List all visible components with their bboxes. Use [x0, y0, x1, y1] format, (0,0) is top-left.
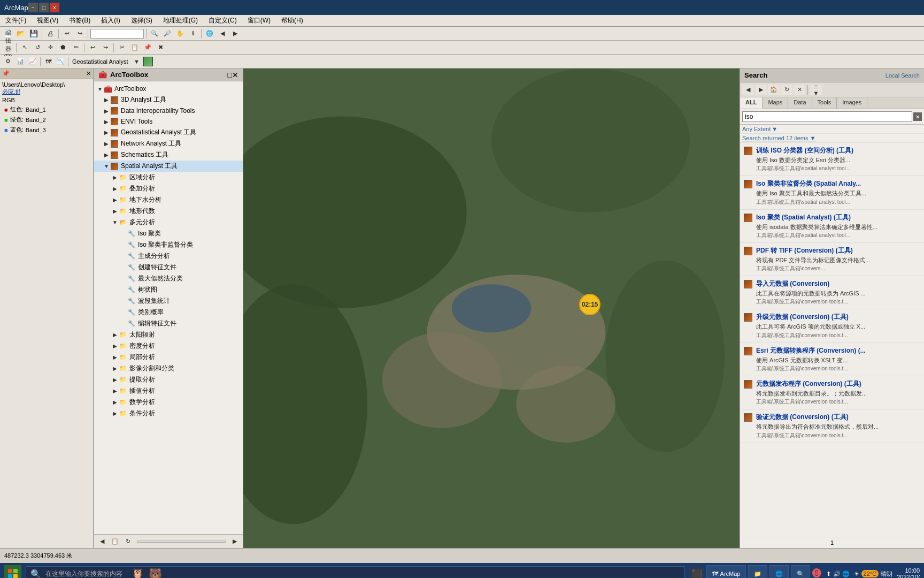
menu-help[interactable]: 帮助(H) [276, 15, 309, 26]
geo-toolbar-btn4[interactable]: 🗺 [42, 56, 54, 67]
menu-file[interactable]: 文件(F) [0, 15, 32, 26]
result-item-7[interactable]: Esri 元数据转换程序 (Conversion) (... 使用 ArcGIS… [740, 343, 924, 376]
minimize-button[interactable]: − [28, 3, 38, 12]
tree-node-data-interop[interactable]: ▶ Data Interoperability Tools [94, 105, 243, 116]
tab-maps[interactable]: Maps [763, 97, 788, 109]
filename[interactable]: 必应.tif [2, 88, 91, 96]
tree-node-pca[interactable]: ▶ 🔧 主成分分析 [94, 250, 243, 262]
undo-button[interactable]: ↩ [61, 28, 73, 39]
search-fwd-button[interactable]: ▶ [755, 85, 767, 95]
tree-node-region[interactable]: ▶ 📁 区域分析 [94, 172, 243, 183]
search-options-button[interactable]: ≡ ▼ [810, 85, 822, 95]
tree-node-iso-cluster[interactable]: ▶ 🔧 Iso 聚类 [94, 228, 243, 239]
menu-insert[interactable]: 插入(I) [96, 15, 125, 26]
print-button[interactable]: 🖨 [44, 28, 56, 39]
move-tool[interactable]: ✛ [44, 42, 56, 53]
zoom-in-button[interactable]: 🔍 [149, 28, 160, 39]
taskbar-explorer[interactable]: 📁 [748, 565, 767, 578]
search-input[interactable]: iso [742, 111, 912, 122]
copy-button[interactable]: 📋 [129, 42, 141, 53]
tree-node-3d-analyst[interactable]: ▶ 3D Analyst 工具 [94, 94, 243, 105]
menu-customize[interactable]: 自定义(C) [203, 15, 242, 26]
result-item-9[interactable]: 验证元数据 (Conversion) (工具) 将元数据导出为符合标准元数据格式… [740, 409, 924, 443]
open-button[interactable]: 📂 [15, 28, 27, 39]
menu-window[interactable]: 窗口(W) [242, 15, 276, 26]
result-title-8[interactable]: 元数据发布程序 (Conversion) (工具) [756, 379, 921, 389]
tree-node-schematics[interactable]: ▶ Schematics 工具 [94, 149, 243, 161]
taskbar-arcmap[interactable]: 🗺 ArcMap [706, 565, 746, 578]
result-item-1[interactable]: 训练 ISO 分类器 (空间分析) (工具) 使用 Iso 数据分类定义 Esr… [740, 143, 924, 176]
tab-data[interactable]: Data [788, 97, 812, 109]
geo-toolbar-btn2[interactable]: 📊 [14, 56, 26, 67]
identify-button[interactable]: ℹ [187, 28, 199, 39]
start-button[interactable] [4, 565, 21, 578]
tree-node-geostat[interactable]: ▶ Geostatistical Analyst 工具 [94, 127, 243, 138]
zoom-out-button[interactable]: 🔎 [161, 28, 173, 39]
tree-node-edit-feature[interactable]: ▶ 🔧 编辑特征文件 [94, 318, 243, 329]
search-home-button[interactable]: 🏠 [768, 85, 780, 95]
search-clear-button[interactable]: ✕ [913, 112, 922, 121]
result-title-9[interactable]: 验证元数据 (Conversion) (工具) [756, 413, 921, 422]
result-item-3[interactable]: Iso 聚类 (Spatial Analyst) (工具) 使用 isodata… [740, 210, 924, 243]
rotate-tool[interactable]: ↺ [32, 42, 43, 53]
tree-node-arctoolbox[interactable]: ▼ 🧰 ArcToolbox [94, 83, 243, 94]
geo-toolbar-btn1[interactable]: ⚙ [2, 56, 14, 67]
cut-button[interactable]: ✂ [116, 42, 128, 53]
tree-node-class-prob[interactable]: ▶ 🔧 类别概率 [94, 307, 243, 318]
tree-node-network[interactable]: ▶ Network Analyst 工具 [94, 138, 243, 149]
geo-toolbar-btn3[interactable]: 📈 [27, 56, 38, 67]
full-extent-button[interactable]: 🌐 [204, 28, 215, 39]
result-title-3[interactable]: Iso 聚类 (Spatial Analyst) (工具) [756, 213, 921, 222]
map-area[interactable]: 02:15 [243, 69, 740, 548]
result-item-6[interactable]: 升级元数据 (Conversion) (工具) 此工具可将 ArcGIS 项的元… [740, 309, 924, 343]
nav-content[interactable]: 📋 [109, 536, 121, 547]
menu-bookmark[interactable]: 书签(B) [64, 15, 96, 26]
tab-tools[interactable]: Tools [812, 97, 837, 109]
result-title-5[interactable]: 导入元数据 (Conversion) [756, 279, 921, 288]
tree-node-max-likelihood[interactable]: ▶ 🔧 最大似然法分类 [94, 273, 243, 284]
search-bar[interactable]: 🔍 在这里输入你要搜索的内容 🦉 🐻 [26, 566, 685, 578]
search-back-button[interactable]: ◀ [742, 85, 754, 95]
results-info[interactable]: Search returned 12 items ▼ [740, 134, 924, 143]
close-button[interactable]: × [50, 3, 59, 12]
back-extent-button[interactable]: ◀ [217, 28, 228, 39]
tree-node-conditional[interactable]: ▶ 📁 条件分析 [94, 408, 243, 419]
tree-node-density[interactable]: ▶ 📁 密度分析 [94, 340, 243, 352]
tree-node-extraction[interactable]: ▶ 📁 提取分析 [94, 374, 243, 385]
tree-node-interpolation[interactable]: ▶ 📁 插值分析 [94, 385, 243, 397]
taskbar-edge[interactable]: 🌐 [769, 565, 789, 578]
geo-analyst-dropdown[interactable]: ▼ [131, 56, 143, 67]
toolbox-maximize-button[interactable]: □ [228, 71, 232, 79]
save-button[interactable]: 💾 [28, 28, 40, 39]
task-view-button[interactable]: ⬛ [689, 566, 704, 578]
result-title-6[interactable]: 升级元数据 (Conversion) (工具) [756, 313, 921, 322]
menu-geoprocess[interactable]: 地理处理(G) [158, 15, 203, 26]
nav-back[interactable]: ◀ [96, 536, 108, 547]
tree-node-segmentation[interactable]: ▶ 📁 影像分割和分类 [94, 363, 243, 374]
fwd-extent-button[interactable]: ▶ [229, 28, 241, 39]
editor-dropdown[interactable]: 编辑器(R) ▼ [2, 42, 14, 53]
pan-button[interactable]: ✋ [174, 28, 186, 39]
nav-refresh[interactable]: ↻ [122, 536, 134, 547]
search-refresh-button[interactable]: ↻ [781, 85, 792, 95]
tree-node-envi[interactable]: ▶ ENVI Tools [94, 116, 243, 127]
menu-view[interactable]: 视图(V) [32, 15, 64, 26]
taskbar-search[interactable]: 🔍 [791, 565, 810, 578]
result-item-2[interactable]: Iso 聚类非监督分类 (Spatial Analy... 使用 Iso 聚类工… [740, 176, 924, 209]
redo-button[interactable]: ↪ [74, 28, 86, 39]
result-title-7[interactable]: Esri 元数据转换程序 (Conversion) (... [756, 346, 921, 355]
search-stop-button[interactable]: ✕ [794, 85, 805, 95]
result-title-4[interactable]: PDF 转 TIFF (Conversion) (工具) [756, 246, 921, 255]
tree-node-multivariate[interactable]: ▼ 📂 多元分析 [94, 217, 243, 228]
delete-button[interactable]: ✖ [155, 42, 166, 53]
sketch-tool[interactable]: ✏ [70, 42, 82, 53]
result-item-5[interactable]: 导入元数据 (Conversion) 此工具在将源项的元数据转换为 ArcGIS… [740, 276, 924, 309]
select-tool[interactable]: ↖ [19, 42, 30, 53]
nav-forward[interactable]: ▶ [229, 536, 241, 547]
tree-node-band-stats[interactable]: ▶ 🔧 波段集统计 [94, 295, 243, 307]
tree-node-dendrogram[interactable]: ▶ 🔧 树状图 [94, 284, 243, 295]
paste-button[interactable]: 📌 [142, 42, 153, 53]
result-title-1[interactable]: 训练 ISO 分类器 (空间分析) (工具) [756, 146, 921, 155]
edit-redo[interactable]: ↪ [99, 42, 111, 53]
result-title-2[interactable]: Iso 聚类非监督分类 (Spatial Analy... [756, 179, 921, 188]
